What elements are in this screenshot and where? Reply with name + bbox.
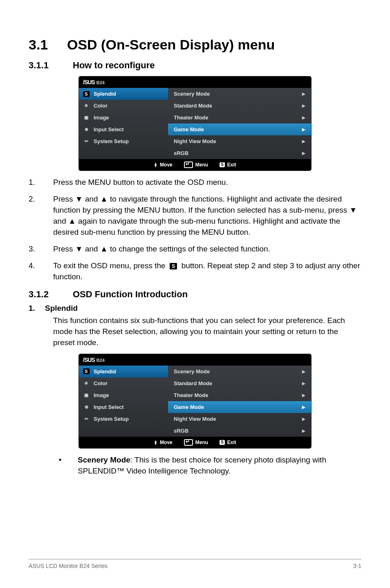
mode-label: Night View Mode (174, 138, 216, 144)
sidebar-item-label: Input Select (94, 126, 124, 132)
osd-mode-standard[interactable]: Standard Mode▶ (168, 100, 311, 112)
item-1-para: This function contains six sub-functions… (29, 315, 361, 348)
hint-menu: Menu (184, 162, 208, 168)
osd-mode-srgb[interactable]: sRGB▶ (168, 147, 311, 159)
step-4: 4. To exit the OSD menu, press the S but… (29, 260, 361, 283)
hint-exit: SExit (220, 162, 236, 168)
s-button-icon: S (170, 263, 177, 269)
updown-icon: ▲▼ (154, 162, 157, 167)
sidebar-item-label: Splendid (94, 91, 116, 97)
mode-label: sRGB (174, 428, 188, 434)
osd-mode-night[interactable]: Night View Mode▶ (168, 413, 311, 425)
chevron-right-icon: ▶ (302, 393, 305, 397)
tools-icon: ✂ (83, 139, 90, 144)
osd-mode-standard[interactable]: Standard Mode▶ (168, 377, 311, 389)
osd-mode-game[interactable]: Game Mode▶ (168, 401, 311, 413)
osd-side-splendid[interactable]: SSplendid (79, 88, 168, 100)
hint-move: ▲▼Move (154, 162, 173, 168)
osd-mode-scenery[interactable]: Scenery Mode▶ (168, 366, 311, 377)
step-number: 3. (29, 244, 53, 255)
osd-screenshot-2: /SUS B24 SSplendid ⚛Color ▣Image ⊕Input … (79, 354, 311, 448)
chevron-right-icon: ▶ (302, 369, 305, 374)
step-1: 1. Press the MENU button to activate the… (29, 177, 361, 188)
mode-label: Scenery Mode (174, 368, 210, 375)
hint-label: Exit (227, 440, 236, 445)
osd-titlebar: /SUS B24 (79, 76, 311, 88)
osd-model: B24 (96, 80, 105, 85)
section-title: OSD (On-Screen Display) menu (67, 37, 275, 52)
down-arrow-icon: ▼ (350, 205, 357, 216)
osd-titlebar: /SUS B24 (79, 354, 311, 366)
input-icon: ⊕ (83, 127, 90, 132)
mode-label: Standard Mode (174, 103, 212, 109)
osd-side-color[interactable]: ⚛Color (79, 377, 168, 389)
osd-sidebar: SSplendid ⚛Color ▣Image ⊕Input Select ✂S… (79, 88, 168, 159)
sidebar-item-label: Image (94, 392, 109, 398)
up-arrow-icon: ▲ (68, 216, 76, 227)
s-button-icon: S (220, 440, 225, 445)
palette-icon: ⚛ (83, 103, 90, 109)
osd-mode-game[interactable]: Game Mode▶ (168, 123, 311, 135)
input-icon: ⊕ (83, 404, 90, 410)
sidebar-item-label: System Setup (94, 416, 129, 422)
down-arrow-icon: ▼ (75, 194, 83, 205)
enter-icon (184, 162, 193, 168)
step-3: 3. Press ▼ and ▲ to change the settings … (29, 244, 361, 255)
osd-side-splendid[interactable]: SSplendid (79, 366, 168, 377)
sidebar-item-label: Splendid (94, 368, 116, 375)
mode-label: Game Mode (174, 404, 204, 410)
step-text: Press ▼ and ▲ to navigate through the fu… (53, 194, 361, 238)
subsection-title: OSD Function Introduction (73, 289, 188, 299)
chevron-right-icon: ▶ (302, 405, 305, 409)
step-text: Press ▼ and ▲ to change the settings of … (53, 244, 361, 255)
step-number: 2. (29, 194, 53, 205)
splendid-icon: S (83, 91, 90, 97)
hint-label: Menu (195, 440, 208, 445)
osd-side-image[interactable]: ▣Image (79, 389, 168, 401)
mode-label: Night View Mode (174, 416, 216, 422)
osd-side-input[interactable]: ⊕Input Select (79, 401, 168, 413)
sidebar-item-label: Image (94, 114, 109, 121)
subsection-312-heading: 3.1.2OSD Function Introduction (29, 289, 361, 300)
image-icon: ▣ (83, 115, 90, 121)
chevron-right-icon: ▶ (302, 103, 305, 108)
bullet-bold: Scenery Mode (78, 456, 130, 464)
item-1-heading: 1.Splendid (29, 304, 361, 313)
hint-label: Menu (195, 162, 208, 168)
osd-side-input[interactable]: ⊕Input Select (79, 123, 168, 135)
osd-mode-scenery[interactable]: Scenery Mode▶ (168, 88, 311, 100)
down-arrow-icon: ▼ (75, 244, 83, 255)
osd-mode-srgb[interactable]: sRGB▶ (168, 425, 311, 437)
tools-icon: ✂ (83, 416, 90, 422)
osd-mode-theater[interactable]: Theater Mode▶ (168, 389, 311, 401)
mode-label: Game Mode (174, 126, 204, 132)
mode-label: sRGB (174, 150, 188, 156)
up-arrow-icon: ▲ (100, 244, 108, 255)
splendid-icon: S (83, 368, 90, 374)
subsection-number: 3.1.2 (29, 289, 73, 300)
hint-exit: SExit (220, 440, 236, 445)
osd-side-color[interactable]: ⚛Color (79, 100, 168, 112)
hint-label: Move (160, 440, 173, 445)
osd-mode-night[interactable]: Night View Mode▶ (168, 135, 311, 147)
osd-screenshot-1: /SUS B24 SSplendid ⚛Color ▣Image ⊕Input … (79, 76, 311, 171)
osd-mode-theater[interactable]: Theater Mode▶ (168, 112, 311, 123)
chevron-right-icon: ▶ (302, 92, 305, 96)
subsection-number: 3.1.1 (29, 60, 73, 71)
osd-model: B24 (96, 358, 105, 363)
asus-logo: /SUS (83, 79, 95, 85)
mode-label: Scenery Mode (174, 91, 210, 97)
footer-page-number: 3-1 (353, 563, 361, 569)
chevron-right-icon: ▶ (302, 127, 305, 132)
subsection-311-heading: 3.1.1How to reconfigure (29, 60, 361, 71)
step-2: 2. Press ▼ and ▲ to navigate through the… (29, 194, 361, 238)
step-number: 1. (29, 177, 53, 188)
osd-side-image[interactable]: ▣Image (79, 112, 168, 123)
osd-side-system[interactable]: ✂System Setup (79, 135, 168, 147)
bullet-text: Scenery Mode: This is the best choice fo… (78, 455, 361, 477)
item-number: 1. (29, 304, 45, 313)
chevron-right-icon: ▶ (302, 429, 305, 433)
page-footer: ASUS LCD Monitor B24 Series 3-1 (29, 559, 361, 569)
section-number: 3.1 (29, 37, 67, 53)
osd-side-system[interactable]: ✂System Setup (79, 413, 168, 425)
